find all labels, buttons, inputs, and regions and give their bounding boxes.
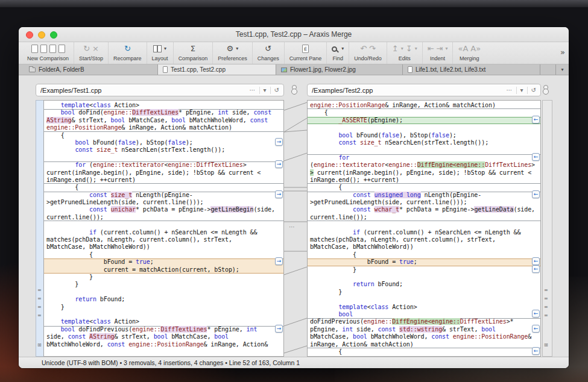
merge-to-right-button[interactable]: → [275, 190, 283, 198]
merge-l-icon[interactable]: «A [458, 44, 468, 54]
caret-icon[interactable]: ▾ [164, 44, 166, 54]
code-token [46, 161, 75, 168]
caret-icon[interactable]: ▾ [445, 44, 447, 54]
code-token [310, 154, 338, 161]
merge-to-left-button[interactable]: ← [532, 310, 540, 318]
caret-icon[interactable]: ▾ [236, 44, 238, 54]
tab-list-dropdown[interactable]: ▾ [555, 64, 569, 75]
toolbar-group-start-stop[interactable]: ↻×Start/Stop [74, 42, 108, 64]
left-pane-header[interactable]: /Examples/Test1.cpp ⋯▾↺ [36, 84, 284, 96]
tab-foldera-folderb[interactable]: FolderA, FolderB [24, 64, 158, 75]
code-line [308, 124, 540, 131]
toolbar-group-comparison[interactable]: ΣComparison [173, 42, 213, 64]
sigma-icon[interactable]: Σ [191, 44, 195, 54]
toolbar-group-layout[interactable]: ▾Layout [147, 42, 173, 64]
left-file-path: /Examples/Test1.cpp [40, 87, 250, 94]
tab-test1-cpp-test2-cpp[interactable]: Test1.cpp, Test2.cpp [158, 64, 276, 75]
ellipsis-icon[interactable]: ⋯ [250, 86, 256, 95]
toolbar-group-icons: ▾ [153, 43, 166, 54]
merge-to-left-button[interactable]: ← [532, 190, 540, 198]
ellipsis-icon[interactable]: ⋯ [507, 86, 513, 95]
text-trio-icon [408, 66, 413, 73]
merge-to-left-button[interactable]: ← [532, 325, 540, 333]
caret-icon[interactable]: ▾ [415, 44, 417, 54]
toolbar-group-preferences[interactable]: ⚙▾Preferences [212, 42, 252, 64]
toolbar-group-find[interactable]: ▾Find [326, 42, 349, 64]
doc-icon[interactable] [58, 45, 65, 53]
dropdown-icon[interactable]: ▾ [264, 86, 267, 95]
toolbar-group-label: New Comparison [27, 55, 69, 61]
caret-icon[interactable]: ▾ [341, 44, 344, 54]
indent-r-icon[interactable]: ⇥ [437, 44, 443, 54]
code-token: false [168, 139, 186, 146]
toolbar-overflow-chevron[interactable]: » [560, 48, 565, 57]
right-scroll-strip[interactable]: ≡≡≡≡⊞ [542, 100, 552, 357]
minimize-window-button[interactable] [38, 31, 45, 39]
edit-up-icon[interactable]: ↥ [392, 44, 399, 54]
redo-icon[interactable]: ↷ [369, 44, 376, 54]
titlebar[interactable]: Test1.cpp, Test2.cpp – Araxis Merge [19, 27, 569, 42]
code-token: bFound; [96, 296, 125, 302]
code-token: { [46, 184, 78, 190]
start-icon[interactable]: ↻ [83, 44, 90, 54]
overview-marker-icon: ≡ [37, 296, 42, 301]
code-token: bFound = [310, 258, 399, 265]
code-token: false [381, 132, 399, 139]
merge-to-right-button[interactable]: → [275, 160, 283, 168]
merge-to-left-button[interactable]: ← [532, 265, 540, 273]
doc-icon[interactable] [49, 45, 56, 53]
merge-to-left-button[interactable]: ← [532, 347, 540, 355]
toolbar-group-current-pane[interactable]: ÉCurrent Pane [284, 42, 327, 64]
toolbar-group-changes[interactable]: ↺Changes [252, 42, 284, 64]
cols-icon[interactable] [153, 45, 162, 52]
sync-views-icon-left[interactable] [291, 85, 297, 94]
undo-icon[interactable]: ↶ [360, 44, 367, 54]
gear-icon[interactable]: ⚙ [227, 44, 234, 54]
history-icon[interactable]: ↺ [531, 86, 536, 95]
code-token: engine::textiterator [314, 161, 385, 168]
merge-to-right-button[interactable]: → [275, 257, 283, 265]
toolbar-group-merging[interactable]: «AA»Merging [452, 42, 485, 64]
stop-icon[interactable]: × [92, 44, 99, 54]
left-overview-strip[interactable]: ≡≡≡≡⊞ [36, 100, 43, 357]
toolbar-group-indent[interactable]: ⇤⇥▾Indent [422, 42, 453, 64]
araxis-merge-window: Test1.cpp, Test2.cpp – Araxis Merge New … [19, 27, 569, 368]
merge-to-left-button[interactable]: ← [532, 257, 540, 265]
mag-icon[interactable] [332, 46, 337, 52]
diff-link-gap: ⋯ [284, 100, 307, 357]
left-code-area[interactable]: template<class Action> bool doFind(engin… [43, 100, 284, 357]
code-token: bool [171, 117, 186, 124]
code-token: const [89, 206, 107, 213]
merge-r-icon[interactable]: A» [470, 44, 481, 54]
tab-life1-txt-life2-txt-life3-txt[interactable]: Life1.txt, Life2.txt, Life3.txt [403, 64, 540, 75]
merge-to-right-button[interactable]: → [275, 325, 283, 333]
recompare-icon[interactable]: ↻ [124, 44, 131, 54]
merge-to-left-button[interactable]: ← [532, 153, 540, 161]
right-code-area[interactable]: engine::PositionRange& inRange, Action& … [307, 100, 541, 357]
close-window-button[interactable] [26, 31, 33, 39]
history-icon[interactable]: ↺ [274, 86, 279, 95]
caret-icon[interactable]: ▾ [401, 44, 403, 54]
merge-to-right-button[interactable]: → [275, 138, 283, 146]
merge-to-left-button[interactable]: ← [532, 116, 540, 124]
code-token [46, 206, 89, 213]
left-pane: /Examples/Test1.cpp ⋯▾↺ ≡≡≡≡⊞ template<c… [36, 84, 284, 357]
changes-icon[interactable]: ↺ [265, 44, 271, 54]
sync-views-icon-right[interactable] [543, 85, 549, 94]
toolbar-group-edits[interactable]: ↥▾↧▾Edits [387, 42, 422, 64]
code-token: engine:: [364, 318, 392, 325]
dropdown-icon[interactable]: ▾ [520, 86, 523, 95]
tab-flower1-jpg-flower2-jpg[interactable]: Flower1.jpg, Flower2.jpg [276, 64, 403, 75]
code-token: const [68, 333, 86, 340]
toolbar-group-recompare[interactable]: ↻Recompare [108, 42, 147, 64]
toolbar-group-new-comparison[interactable]: New Comparison [22, 42, 74, 64]
doc-e-icon[interactable]: É [302, 45, 309, 53]
edit-down-icon[interactable]: ↧ [406, 44, 413, 54]
zoom-window-button[interactable] [50, 31, 57, 39]
toolbar-group-undo-redo[interactable]: ↶↷Undo/Redo [349, 42, 387, 64]
doc-icon[interactable] [40, 45, 47, 53]
right-pane-header[interactable]: /Examples/Test2.cpp ⋯▾↺ [307, 84, 541, 96]
indent-l-icon[interactable]: ⇤ [428, 44, 434, 54]
code-token: (side, [514, 206, 536, 213]
doc-icon[interactable] [31, 45, 38, 53]
